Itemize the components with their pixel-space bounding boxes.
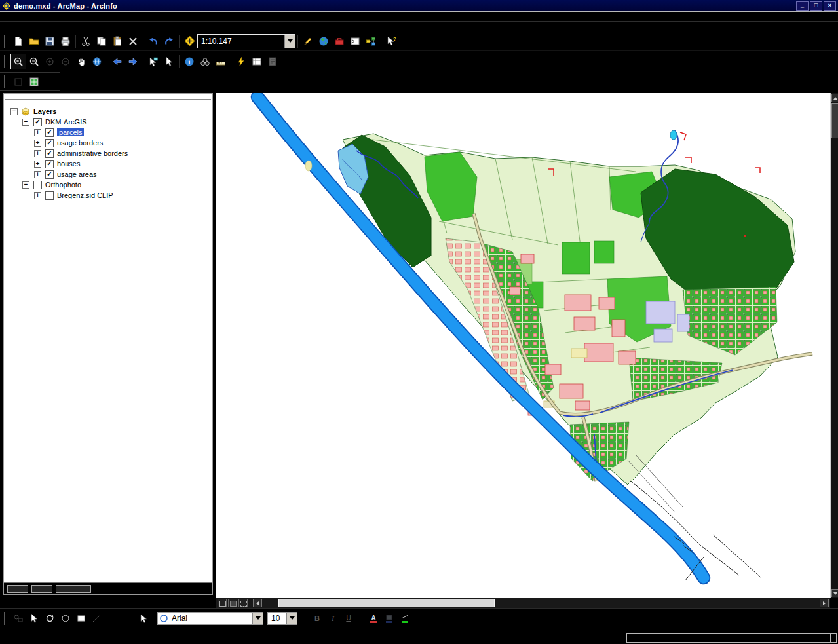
- toolbar-grip[interactable]: [4, 612, 7, 625]
- command-line-button[interactable]: [347, 33, 363, 49]
- expander-icon[interactable]: +: [34, 192, 41, 199]
- cut-button[interactable]: [78, 33, 94, 49]
- underline-button[interactable]: U: [341, 611, 356, 626]
- zoom-out-button[interactable]: [26, 54, 42, 69]
- save-button[interactable]: [42, 33, 58, 49]
- toc-label[interactable]: administrative borders: [57, 149, 128, 157]
- map-scale-combo[interactable]: 1:10.147: [197, 34, 295, 48]
- add-data-button[interactable]: [181, 33, 197, 49]
- fill-color-button[interactable]: [381, 611, 397, 626]
- toc-label[interactable]: Orthophoto: [45, 181, 81, 189]
- full-extent-button[interactable]: [89, 54, 105, 69]
- delete-button[interactable]: [125, 33, 141, 49]
- select-features-button[interactable]: [145, 54, 161, 69]
- mini-tool-button-1[interactable]: [10, 74, 26, 90]
- layer-checkbox[interactable]: ✓: [45, 160, 54, 168]
- toc-label[interactable]: usage areas: [57, 170, 97, 178]
- map-vertical-scrollbar[interactable]: [830, 93, 838, 598]
- refresh-view-button[interactable]: [238, 599, 248, 607]
- toc-label-selected[interactable]: parcels: [57, 128, 84, 136]
- mini-tool-button-2[interactable]: [26, 74, 42, 90]
- size-dropdown-icon[interactable]: [286, 613, 297, 624]
- bold-button[interactable]: B: [309, 611, 325, 626]
- scroll-left-arrow[interactable]: [253, 599, 262, 607]
- drawing-menu-button[interactable]: [10, 611, 26, 626]
- toolbar-grip[interactable]: [4, 75, 7, 88]
- redo-button[interactable]: [161, 33, 177, 49]
- layer-checkbox[interactable]: [33, 181, 42, 189]
- scroll-down-arrow[interactable]: [831, 589, 838, 597]
- horizontal-scroll-thumb[interactable]: [278, 599, 495, 607]
- scroll-right-arrow[interactable]: [820, 599, 829, 607]
- print-button[interactable]: [58, 33, 73, 49]
- toc-tab-1[interactable]: [7, 585, 28, 593]
- html-popup-button[interactable]: [265, 54, 280, 69]
- data-view-button[interactable]: [218, 599, 227, 607]
- scroll-up-arrow[interactable]: [831, 94, 838, 102]
- hyperlink-button[interactable]: [233, 54, 249, 69]
- toc-label[interactable]: Bregenz.sid CLIP: [57, 191, 113, 199]
- circle-tool-button[interactable]: [58, 611, 73, 626]
- expander-icon[interactable]: +: [34, 150, 41, 157]
- maximize-button[interactable]: □: [810, 1, 822, 11]
- draw-select-button[interactable]: [26, 611, 42, 626]
- vertical-scroll-thumb[interactable]: [831, 103, 838, 138]
- new-text-button[interactable]: [136, 611, 152, 626]
- new-map-button[interactable]: [10, 33, 26, 49]
- minimize-button[interactable]: _: [796, 1, 809, 11]
- rectangle-tool-button[interactable]: [73, 611, 89, 626]
- undo-button[interactable]: [145, 33, 161, 49]
- measure-button[interactable]: [213, 54, 229, 69]
- expander-icon[interactable]: +: [34, 129, 41, 136]
- pan-button[interactable]: [73, 54, 89, 69]
- expander-icon[interactable]: −: [22, 119, 29, 126]
- expander-icon[interactable]: −: [22, 181, 29, 189]
- layer-checkbox[interactable]: ✓: [45, 139, 54, 147]
- toc-label[interactable]: usage borders: [57, 139, 103, 147]
- italic-button[interactable]: I: [325, 611, 341, 626]
- expander-icon[interactable]: +: [34, 140, 41, 147]
- scale-dropdown-icon[interactable]: [284, 35, 295, 48]
- forward-extent-button[interactable]: [125, 54, 141, 69]
- editor-toolbar-button[interactable]: [300, 33, 316, 49]
- font-dropdown-icon[interactable]: [252, 613, 263, 624]
- modelbuilder-button[interactable]: [363, 33, 379, 49]
- layer-checkbox[interactable]: ✓: [33, 118, 42, 126]
- font-color-button[interactable]: A: [366, 611, 381, 626]
- line-tool-button[interactable]: [89, 611, 105, 626]
- back-extent-button[interactable]: [109, 54, 125, 69]
- copy-button[interactable]: [94, 33, 109, 49]
- layer-checkbox[interactable]: ✓: [45, 170, 54, 179]
- close-button[interactable]: ×: [824, 1, 836, 11]
- toc-tab-3[interactable]: [56, 585, 91, 593]
- font-combo[interactable]: Arial: [157, 612, 263, 625]
- whats-this-button[interactable]: ?: [383, 33, 399, 49]
- toc-label[interactable]: houses: [57, 160, 80, 168]
- arctoolbox-button[interactable]: [332, 33, 347, 49]
- zoom-in-button[interactable]: [10, 54, 26, 69]
- toc-tab-2[interactable]: [31, 585, 52, 593]
- layer-checkbox[interactable]: ✓: [45, 149, 54, 158]
- layout-view-button[interactable]: [228, 599, 237, 607]
- font-size-combo[interactable]: 10: [267, 612, 297, 625]
- expander-icon[interactable]: −: [10, 108, 18, 115]
- toc-label[interactable]: DKM-ArcGIS: [45, 118, 87, 126]
- open-button[interactable]: [26, 33, 42, 49]
- toc-grab-handle[interactable]: [5, 96, 211, 100]
- layer-checkbox[interactable]: ✓: [45, 128, 54, 137]
- find-button[interactable]: [197, 54, 213, 69]
- menu-bar[interactable]: [0, 12, 838, 31]
- toolbar-grip[interactable]: [4, 55, 7, 68]
- expander-icon[interactable]: +: [34, 161, 41, 168]
- expander-icon[interactable]: +: [34, 171, 41, 178]
- fixed-zoom-out-button[interactable]: [58, 54, 73, 69]
- map-horizontal-scrollbar[interactable]: [216, 598, 830, 608]
- select-elements-button[interactable]: [161, 54, 177, 69]
- open-attribute-table-button[interactable]: [249, 54, 265, 69]
- identify-button[interactable]: i: [181, 54, 197, 69]
- rotate-button[interactable]: [42, 611, 58, 626]
- fixed-zoom-in-button[interactable]: [42, 54, 58, 69]
- paste-button[interactable]: [109, 33, 125, 49]
- map-data-view[interactable]: [216, 93, 830, 598]
- layer-checkbox[interactable]: [45, 191, 54, 200]
